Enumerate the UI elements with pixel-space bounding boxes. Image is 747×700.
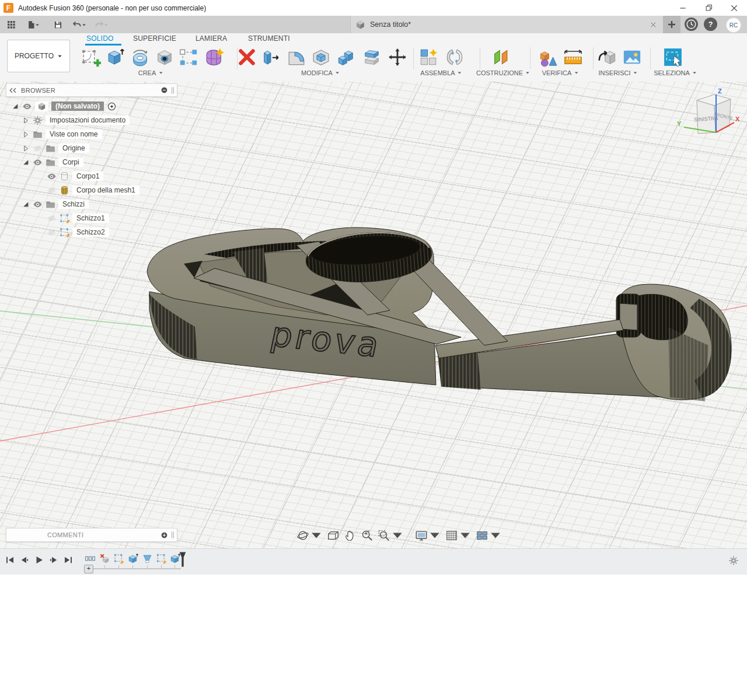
activate-target-icon[interactable] bbox=[107, 102, 117, 111]
revolve-button[interactable] bbox=[129, 46, 151, 68]
hole-button[interactable] bbox=[153, 46, 176, 68]
look-at-icon[interactable] bbox=[327, 529, 340, 542]
view-cube[interactable]: SINISTRA FRONTE Z X Y bbox=[665, 88, 747, 152]
close-window-button[interactable] bbox=[721, 1, 747, 16]
minimize-panel-icon[interactable] bbox=[160, 86, 168, 94]
visibility-eye-off-icon[interactable] bbox=[47, 214, 57, 223]
tree-label[interactable]: Corpo della mesh1 bbox=[72, 186, 139, 195]
tree-label[interactable]: Schizzo1 bbox=[72, 214, 109, 223]
timeline-zoom-plus[interactable]: + bbox=[84, 565, 93, 573]
combine-button[interactable] bbox=[335, 46, 357, 68]
panel-grip-icon[interactable] bbox=[170, 531, 175, 539]
play-button[interactable] bbox=[34, 555, 44, 565]
measure-button[interactable] bbox=[537, 46, 559, 68]
group-label-inserisci[interactable]: INSERISCI bbox=[598, 69, 637, 76]
add-comment-icon[interactable] bbox=[160, 531, 168, 539]
step-forward-button[interactable] bbox=[48, 555, 59, 565]
collapse-panel-icon[interactable] bbox=[9, 88, 18, 93]
timeline-mesh-delete-icon[interactable] bbox=[99, 553, 110, 564]
tree-label[interactable]: Corpi bbox=[58, 158, 83, 167]
group-label-modifica[interactable]: MODIFICA bbox=[301, 69, 340, 76]
model-prova[interactable]: prova bbox=[0, 82, 747, 548]
go-to-end-button[interactable] bbox=[63, 555, 74, 565]
panel-grip-icon[interactable] bbox=[170, 86, 175, 94]
project-button[interactable]: PROGETTO bbox=[7, 40, 70, 72]
tree-label[interactable]: Origine bbox=[58, 144, 89, 153]
tree-row-corpo-mesh1[interactable]: Corpo della mesh1 bbox=[47, 184, 139, 196]
document-tab[interactable]: Senza titolo* bbox=[350, 16, 664, 33]
tree-row-corpi[interactable]: Corpi bbox=[22, 156, 83, 168]
timeline-extrude-icon[interactable] bbox=[127, 553, 138, 564]
select-button[interactable] bbox=[662, 46, 684, 68]
group-label-costruzione[interactable]: COSTRUZIONE bbox=[476, 69, 530, 76]
form-button[interactable] bbox=[203, 46, 225, 68]
comments-panel-header[interactable]: COMMENTI bbox=[6, 528, 177, 542]
group-label-assembla[interactable]: ASSEMBLA bbox=[420, 69, 462, 76]
timeline-component-group-icon[interactable] bbox=[85, 553, 96, 564]
split-body-button[interactable] bbox=[361, 46, 383, 68]
construction-plane-button[interactable] bbox=[490, 46, 512, 68]
visibility-eye-icon[interactable] bbox=[47, 172, 57, 181]
restore-button[interactable] bbox=[696, 1, 721, 16]
tree-label[interactable]: Schizzo2 bbox=[72, 228, 109, 237]
job-status-clock-icon[interactable] bbox=[685, 18, 698, 31]
shell-button[interactable] bbox=[310, 46, 332, 68]
new-tab-button[interactable] bbox=[663, 16, 680, 33]
visibility-eye-off-icon[interactable] bbox=[47, 186, 57, 195]
visibility-eye-off-icon[interactable] bbox=[33, 144, 43, 153]
expander-expanded-icon[interactable] bbox=[22, 201, 30, 208]
canvas-image-button[interactable] bbox=[621, 46, 643, 68]
tree-label[interactable]: Schizzi bbox=[58, 200, 89, 209]
tree-row-schizzo2[interactable]: Schizzo2 bbox=[47, 226, 109, 238]
tree-label[interactable]: Impostazioni documento bbox=[46, 116, 130, 125]
visibility-eye-off-icon[interactable] bbox=[47, 228, 57, 237]
tree-row-corpo1[interactable]: Corpo1 bbox=[47, 170, 103, 182]
grid-settings-icon[interactable] bbox=[445, 529, 472, 542]
move-button[interactable] bbox=[386, 46, 409, 68]
tree-row-impostazioni[interactable]: Impostazioni documento bbox=[22, 114, 130, 126]
press-pull-button[interactable] bbox=[260, 46, 282, 68]
new-component-button[interactable] bbox=[417, 46, 439, 68]
tree-label[interactable]: (Non salvato) bbox=[51, 102, 104, 111]
avatar[interactable]: RC bbox=[726, 18, 741, 33]
expander-expanded-icon[interactable] bbox=[22, 159, 30, 166]
visibility-eye-icon[interactable] bbox=[22, 102, 32, 111]
timeline-zoom-track[interactable] bbox=[93, 568, 181, 569]
tree-row-root[interactable]: (Non salvato) bbox=[12, 100, 117, 112]
timeline-revolve-icon[interactable] bbox=[142, 553, 153, 564]
tab-strumenti[interactable]: STRUMENTI bbox=[248, 34, 290, 43]
visibility-eye-icon[interactable] bbox=[33, 200, 43, 209]
orbit-icon[interactable] bbox=[296, 529, 323, 542]
extrude-button[interactable] bbox=[103, 46, 125, 68]
timeline-sketch-icon[interactable] bbox=[156, 553, 167, 564]
redo-button[interactable] bbox=[90, 16, 109, 33]
tree-row-viste[interactable]: Viste con nome bbox=[22, 128, 102, 140]
tree-label[interactable]: Corpo1 bbox=[72, 172, 103, 181]
minimize-button[interactable] bbox=[670, 1, 696, 16]
tab-superficie[interactable]: SUPERFICIE bbox=[133, 34, 176, 43]
viewports-icon[interactable] bbox=[476, 529, 502, 542]
expander-collapsed-icon[interactable] bbox=[22, 117, 30, 124]
help-icon[interactable] bbox=[704, 18, 717, 31]
group-label-verifica[interactable]: VERIFICA bbox=[542, 69, 579, 76]
expander-collapsed-icon[interactable] bbox=[22, 145, 30, 152]
save-button[interactable] bbox=[50, 16, 65, 33]
tree-label[interactable]: Viste con nome bbox=[46, 130, 102, 139]
insert-derive-button[interactable] bbox=[596, 46, 619, 68]
timeline-position-marker[interactable] bbox=[178, 551, 187, 568]
fillet-button[interactable] bbox=[285, 46, 308, 68]
ruler-button[interactable] bbox=[562, 46, 584, 68]
tree-row-origine[interactable]: Origine bbox=[22, 142, 89, 154]
delete-button[interactable] bbox=[236, 46, 258, 68]
joint-button[interactable] bbox=[444, 46, 466, 68]
pan-icon[interactable] bbox=[344, 529, 357, 542]
timeline-sketch-icon[interactable] bbox=[113, 553, 124, 564]
visibility-eye-icon[interactable] bbox=[33, 158, 43, 167]
browser-panel-header[interactable]: BROWSER bbox=[6, 83, 177, 97]
undo-button[interactable] bbox=[68, 16, 86, 33]
document-tab-close-icon[interactable] bbox=[650, 21, 657, 29]
group-label-seleziona[interactable]: SELEZIONA bbox=[654, 69, 697, 76]
expander-expanded-icon[interactable] bbox=[12, 103, 19, 110]
tab-lamiera[interactable]: LAMIERA bbox=[196, 34, 227, 43]
display-settings-icon[interactable] bbox=[415, 529, 441, 542]
